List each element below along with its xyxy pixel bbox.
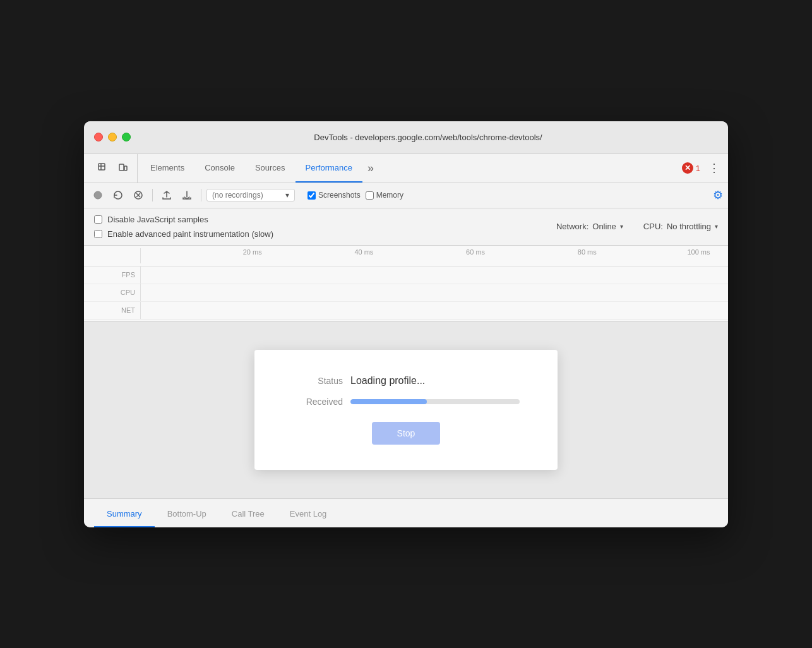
tick-60ms: 60 ms: [466, 248, 485, 256]
enable-paint-setting: Enable advanced paint instrumentation (s…: [94, 229, 273, 239]
toolbar-divider-2: [201, 189, 201, 201]
cpu-setting: CPU: No throttling ▾: [643, 222, 718, 231]
timeline-header: 20 ms 40 ms 60 ms 80 ms 100 ms: [84, 246, 728, 267]
inspect-icon[interactable]: [94, 159, 112, 177]
recording-selector[interactable]: (no recordings) ▾: [206, 189, 295, 201]
network-dropdown-arrow[interactable]: ▾: [620, 223, 623, 230]
settings-left: Disable JavaScript samples Enable advanc…: [94, 215, 273, 239]
svg-rect-0: [99, 164, 105, 170]
progress-bar-container: [350, 399, 520, 404]
timeline-ticks: 20 ms 40 ms 60 ms 80 ms 100 ms: [141, 248, 728, 263]
svg-rect-4: [124, 166, 127, 171]
tick-80ms: 80 ms: [578, 248, 597, 256]
cpu-dropdown-arrow[interactable]: ▾: [715, 223, 718, 230]
device-icon[interactable]: [114, 159, 132, 177]
window-title: DevTools - developers.google.com/web/too…: [138, 133, 718, 142]
close-button[interactable]: [94, 133, 103, 141]
tabbar-right: ✕ 1 ⋮: [682, 159, 723, 177]
svg-rect-3: [119, 164, 124, 171]
settings-gear-icon[interactable]: ⚙: [713, 188, 723, 202]
devtools-window: DevTools - developers.google.com/web/too…: [84, 121, 728, 527]
fps-content: [141, 267, 728, 284]
network-setting: Network: Online ▾: [556, 222, 623, 231]
tabbar: Elements Console Sources Performance » ✕…: [84, 154, 728, 183]
more-menu-button[interactable]: ⋮: [705, 159, 723, 177]
net-content: [141, 302, 728, 319]
toolbar-divider-1: [152, 189, 153, 201]
tab-event-log[interactable]: Event Log: [277, 502, 340, 527]
tab-bottom-up[interactable]: Bottom-Up: [155, 502, 219, 527]
loading-dialog: Status Loading profile... Received Stop: [254, 350, 558, 470]
settings-row: Disable JavaScript samples Enable advanc…: [94, 215, 718, 239]
reload-record-button[interactable]: [109, 186, 127, 204]
settings-panel: Disable JavaScript samples Enable advanc…: [84, 208, 728, 246]
memory-checkbox[interactable]: [366, 191, 374, 200]
disable-js-setting: Disable JavaScript samples: [94, 215, 273, 224]
stop-button[interactable]: Stop: [372, 422, 441, 445]
toolbar-right-controls: Screenshots Memory: [307, 191, 403, 200]
net-row: NET: [84, 302, 728, 320]
devtools-icons: [89, 154, 138, 183]
screenshots-checkbox[interactable]: [307, 191, 316, 200]
status-value: Loading profile...: [350, 375, 425, 387]
status-label: Status: [292, 376, 343, 386]
disable-js-checkbox[interactable]: [94, 215, 102, 224]
enable-paint-checkbox[interactable]: [94, 230, 102, 238]
network-cpu-controls: Network: Online ▾ CPU: No throttling ▾: [556, 222, 718, 231]
tab-console[interactable]: Console: [194, 154, 245, 183]
tab-call-tree[interactable]: Call Tree: [219, 502, 277, 527]
net-label: NET: [84, 302, 141, 319]
bottom-tabs: Summary Bottom-Up Call Tree Event Log: [84, 498, 728, 527]
progress-bar-fill: [350, 399, 427, 404]
cpu-label: CPU: [84, 284, 141, 301]
titlebar: DevTools - developers.google.com/web/too…: [84, 121, 728, 154]
timeline-label-col: [84, 248, 141, 263]
tick-40ms: 40 ms: [354, 248, 373, 256]
fps-label: FPS: [84, 267, 141, 284]
timeline: 20 ms 40 ms 60 ms 80 ms 100 ms FPS CPU N…: [84, 246, 728, 321]
error-icon: ✕: [682, 162, 693, 174]
content-area: Status Loading profile... Received Stop: [84, 321, 728, 498]
received-row: Received: [292, 397, 520, 407]
cpu-content: [141, 284, 728, 301]
tab-summary[interactable]: Summary: [94, 502, 155, 527]
tab-sources[interactable]: Sources: [245, 154, 296, 183]
clear-button[interactable]: [129, 186, 147, 204]
tab-performance[interactable]: Performance: [296, 154, 362, 183]
screenshots-checkbox-group[interactable]: Screenshots: [307, 191, 361, 200]
fps-row: FPS: [84, 267, 728, 284]
minimize-button[interactable]: [108, 133, 117, 141]
error-badge[interactable]: ✕ 1: [682, 162, 700, 174]
more-tabs-button[interactable]: »: [362, 154, 379, 183]
traffic-lights: [94, 133, 131, 141]
svg-point-5: [94, 191, 102, 199]
performance-toolbar: (no recordings) ▾ Screenshots Memory ⚙: [84, 183, 728, 208]
tick-100ms: 100 ms: [687, 248, 710, 256]
maximize-button[interactable]: [122, 133, 131, 141]
memory-checkbox-group[interactable]: Memory: [366, 191, 403, 200]
upload-button[interactable]: [158, 186, 176, 204]
status-row: Status Loading profile...: [292, 375, 520, 387]
record-button[interactable]: [89, 186, 107, 204]
tick-20ms: 20 ms: [243, 248, 262, 256]
tab-elements[interactable]: Elements: [140, 154, 194, 183]
download-button[interactable]: [178, 186, 196, 204]
cpu-row: CPU: [84, 284, 728, 302]
received-label: Received: [292, 397, 343, 407]
